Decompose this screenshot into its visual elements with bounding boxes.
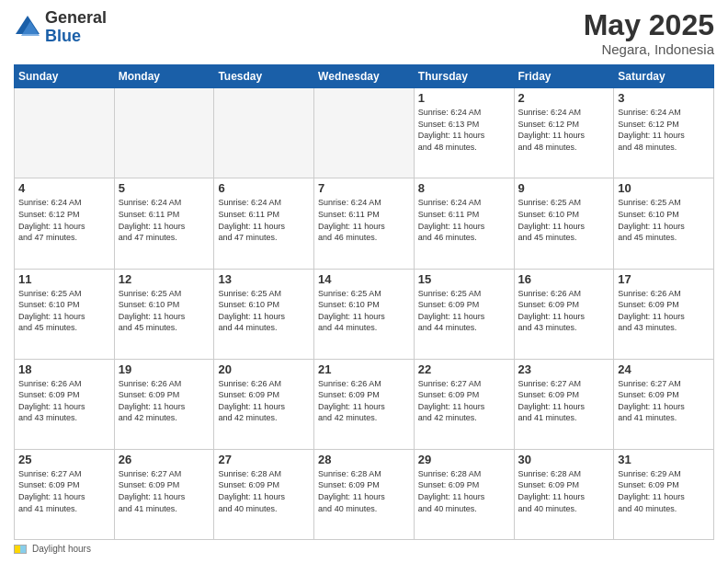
day-number: 6 — [218, 181, 310, 195]
main-title: May 2025 — [584, 9, 714, 41]
week-row-2: 4Sunrise: 6:24 AM Sunset: 6:12 PM Daylig… — [15, 178, 714, 269]
day-header-tuesday: Tuesday — [214, 65, 314, 88]
day-cell: 28Sunrise: 6:28 AM Sunset: 6:09 PM Dayli… — [314, 449, 415, 539]
day-info: Sunrise: 6:25 AM Sunset: 6:10 PM Dayligh… — [119, 288, 210, 334]
logo-blue: Blue — [45, 28, 107, 46]
day-info: Sunrise: 6:25 AM Sunset: 6:10 PM Dayligh… — [18, 288, 110, 334]
day-info: Sunrise: 6:25 AM Sunset: 6:10 PM Dayligh… — [518, 197, 610, 243]
day-info: Sunrise: 6:28 AM Sunset: 6:09 PM Dayligh… — [218, 468, 310, 514]
day-info: Sunrise: 6:27 AM Sunset: 6:09 PM Dayligh… — [18, 468, 110, 514]
day-number: 29 — [418, 453, 510, 466]
day-number: 9 — [518, 181, 610, 195]
week-row-1: 1Sunrise: 6:24 AM Sunset: 6:13 PM Daylig… — [15, 88, 714, 178]
day-cell: 16Sunrise: 6:26 AM Sunset: 6:09 PM Dayli… — [514, 269, 614, 359]
day-cell: 29Sunrise: 6:28 AM Sunset: 6:09 PM Dayli… — [414, 449, 514, 539]
day-cell: 27Sunrise: 6:28 AM Sunset: 6:09 PM Dayli… — [214, 449, 314, 539]
day-cell: 21Sunrise: 6:26 AM Sunset: 6:09 PM Dayli… — [314, 359, 415, 449]
day-info: Sunrise: 6:26 AM Sunset: 6:09 PM Dayligh… — [318, 378, 410, 424]
day-info: Sunrise: 6:29 AM Sunset: 6:09 PM Dayligh… — [618, 468, 710, 514]
week-row-3: 11Sunrise: 6:25 AM Sunset: 6:10 PM Dayli… — [15, 269, 714, 359]
day-number: 10 — [618, 181, 710, 195]
page: General Blue May 2025 Negara, Indonesia … — [0, 0, 728, 563]
day-info: Sunrise: 6:28 AM Sunset: 6:09 PM Dayligh… — [518, 468, 610, 514]
day-cell: 12Sunrise: 6:25 AM Sunset: 6:10 PM Dayli… — [114, 269, 214, 359]
footer: Daylight hours — [14, 544, 714, 554]
day-info: Sunrise: 6:24 AM Sunset: 6:11 PM Dayligh… — [119, 197, 210, 243]
day-cell — [114, 88, 214, 178]
day-info: Sunrise: 6:27 AM Sunset: 6:09 PM Dayligh… — [119, 468, 210, 514]
day-info: Sunrise: 6:28 AM Sunset: 6:09 PM Dayligh… — [318, 468, 410, 514]
day-cell: 30Sunrise: 6:28 AM Sunset: 6:09 PM Dayli… — [514, 449, 614, 539]
day-cell: 1Sunrise: 6:24 AM Sunset: 6:13 PM Daylig… — [414, 88, 514, 178]
day-number: 23 — [518, 362, 610, 376]
day-number: 12 — [119, 272, 210, 286]
title-block: May 2025 Negara, Indonesia — [584, 9, 714, 57]
day-cell: 3Sunrise: 6:24 AM Sunset: 6:12 PM Daylig… — [614, 88, 714, 178]
day-cell: 11Sunrise: 6:25 AM Sunset: 6:10 PM Dayli… — [15, 269, 115, 359]
day-header-friday: Friday — [514, 65, 614, 88]
day-cell: 7Sunrise: 6:24 AM Sunset: 6:11 PM Daylig… — [314, 178, 415, 269]
day-cell: 6Sunrise: 6:24 AM Sunset: 6:11 PM Daylig… — [214, 178, 314, 269]
day-info: Sunrise: 6:26 AM Sunset: 6:09 PM Dayligh… — [18, 378, 110, 424]
day-number: 11 — [18, 272, 110, 286]
day-cell: 25Sunrise: 6:27 AM Sunset: 6:09 PM Dayli… — [15, 449, 115, 539]
day-cell: 20Sunrise: 6:26 AM Sunset: 6:09 PM Dayli… — [214, 359, 314, 449]
day-cell: 9Sunrise: 6:25 AM Sunset: 6:10 PM Daylig… — [514, 178, 614, 269]
day-cell: 13Sunrise: 6:25 AM Sunset: 6:10 PM Dayli… — [214, 269, 314, 359]
logo-text: General Blue — [45, 9, 107, 46]
week-row-4: 18Sunrise: 6:26 AM Sunset: 6:09 PM Dayli… — [15, 359, 714, 449]
header: General Blue May 2025 Negara, Indonesia — [14, 9, 714, 57]
day-info: Sunrise: 6:25 AM Sunset: 6:10 PM Dayligh… — [218, 288, 310, 334]
day-info: Sunrise: 6:24 AM Sunset: 6:11 PM Dayligh… — [318, 197, 410, 243]
day-info: Sunrise: 6:24 AM Sunset: 6:11 PM Dayligh… — [218, 197, 310, 243]
day-number: 5 — [119, 181, 210, 195]
day-number: 2 — [518, 91, 610, 105]
day-number: 22 — [418, 362, 510, 376]
day-info: Sunrise: 6:28 AM Sunset: 6:09 PM Dayligh… — [418, 468, 510, 514]
day-cell — [15, 88, 115, 178]
day-header-monday: Monday — [114, 65, 214, 88]
day-cell: 26Sunrise: 6:27 AM Sunset: 6:09 PM Dayli… — [114, 449, 214, 539]
day-info: Sunrise: 6:24 AM Sunset: 6:12 PM Dayligh… — [518, 107, 610, 153]
day-cell: 14Sunrise: 6:25 AM Sunset: 6:10 PM Dayli… — [314, 269, 415, 359]
day-cell: 24Sunrise: 6:27 AM Sunset: 6:09 PM Dayli… — [614, 359, 714, 449]
day-info: Sunrise: 6:27 AM Sunset: 6:09 PM Dayligh… — [618, 378, 710, 424]
day-header-wednesday: Wednesday — [314, 65, 415, 88]
day-number: 18 — [18, 362, 110, 376]
logo: General Blue — [14, 9, 107, 46]
daylight-icon — [14, 545, 27, 554]
day-number: 26 — [119, 453, 210, 466]
day-info: Sunrise: 6:25 AM Sunset: 6:10 PM Dayligh… — [318, 288, 410, 334]
day-info: Sunrise: 6:24 AM Sunset: 6:13 PM Dayligh… — [418, 107, 510, 153]
day-info: Sunrise: 6:26 AM Sunset: 6:09 PM Dayligh… — [518, 288, 610, 334]
logo-general: General — [45, 9, 107, 28]
day-number: 28 — [318, 453, 410, 466]
day-number: 13 — [218, 272, 310, 286]
day-cell: 15Sunrise: 6:25 AM Sunset: 6:09 PM Dayli… — [414, 269, 514, 359]
day-header-saturday: Saturday — [614, 65, 714, 88]
day-number: 14 — [318, 272, 410, 286]
day-number: 27 — [218, 453, 310, 466]
day-number: 7 — [318, 181, 410, 195]
day-info: Sunrise: 6:26 AM Sunset: 6:09 PM Dayligh… — [119, 378, 210, 424]
day-cell: 8Sunrise: 6:24 AM Sunset: 6:11 PM Daylig… — [414, 178, 514, 269]
day-number: 16 — [518, 272, 610, 286]
day-info: Sunrise: 6:27 AM Sunset: 6:09 PM Dayligh… — [418, 378, 510, 424]
day-info: Sunrise: 6:24 AM Sunset: 6:11 PM Dayligh… — [418, 197, 510, 243]
day-number: 17 — [618, 272, 710, 286]
day-cell — [314, 88, 415, 178]
day-number: 8 — [418, 181, 510, 195]
day-number: 20 — [218, 362, 310, 376]
week-row-5: 25Sunrise: 6:27 AM Sunset: 6:09 PM Dayli… — [15, 449, 714, 539]
day-info: Sunrise: 6:26 AM Sunset: 6:09 PM Dayligh… — [618, 288, 710, 334]
day-cell: 22Sunrise: 6:27 AM Sunset: 6:09 PM Dayli… — [414, 359, 514, 449]
footer-label: Daylight hours — [32, 544, 91, 554]
day-number: 21 — [318, 362, 410, 376]
day-info: Sunrise: 6:25 AM Sunset: 6:09 PM Dayligh… — [418, 288, 510, 334]
day-cell: 18Sunrise: 6:26 AM Sunset: 6:09 PM Dayli… — [15, 359, 115, 449]
calendar-table: SundayMondayTuesdayWednesdayThursdayFrid… — [14, 64, 714, 540]
day-info: Sunrise: 6:26 AM Sunset: 6:09 PM Dayligh… — [218, 378, 310, 424]
day-number: 3 — [618, 91, 710, 105]
day-number: 19 — [119, 362, 210, 376]
day-number: 1 — [418, 91, 510, 105]
